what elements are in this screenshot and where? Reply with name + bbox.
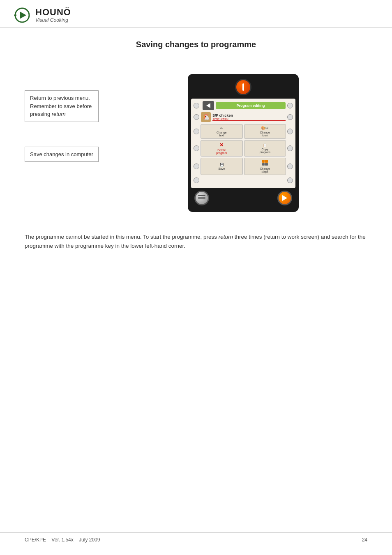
logo-text: HOUNÖ Visual Cooking (35, 7, 71, 23)
callout-area: Return to previous menu.Remember to save… (25, 66, 107, 212)
side-circle-left-3 (194, 129, 199, 134)
program-icon: 🐔 (201, 112, 211, 122)
copy-label: Copyprogram (260, 148, 270, 154)
program-edit-label: Program editing (216, 102, 286, 109)
side-circle-left-2 (194, 114, 199, 120)
change-icon-button[interactable]: 🎨✂ Changeicon (244, 124, 286, 139)
program-time: Time: 1:5:00 (212, 117, 286, 121)
logo: HOUNÖ Visual Cooking (12, 7, 71, 23)
page-title-section: Saving changes to programme (0, 40, 392, 49)
change-text-label: Changetext (217, 131, 227, 137)
version-label: CPE/KPE – Ver. 1.54x – July 2009 (25, 537, 100, 543)
main-content: Return to previous menu.Remember to save… (0, 58, 392, 220)
side-circle-top (194, 103, 199, 108)
steps-grid-icon (262, 160, 268, 166)
bottom-left-button[interactable] (194, 191, 209, 205)
description-section: The programme cannot be started in this … (0, 220, 392, 258)
right-side-circle-5 (287, 164, 293, 169)
svg-marker-1 (20, 12, 26, 19)
side-circle-left-4 (194, 145, 199, 151)
page-number: 24 (362, 537, 367, 543)
page-header: HOUNÖ Visual Cooking (0, 0, 392, 28)
callout-2-text: Save changes in computer (30, 151, 93, 157)
device-area: Program editing 🐔 S/F chicken Time: 1:5:… (119, 66, 367, 212)
right-side-circle-3 (287, 129, 293, 134)
right-side-circle-2 (287, 114, 293, 120)
footer: CPE/KPE – Ver. 1.54x – July 2009 24 (0, 532, 392, 543)
delete-label: Deleteprogram (216, 149, 227, 154)
device-screen: Program editing 🐔 S/F chicken Time: 1:5:… (188, 74, 299, 212)
delete-program-button[interactable]: ✕ Deleteprogram (201, 140, 243, 157)
change-steps-label: Changesteps (260, 167, 270, 173)
left-side-circles (194, 103, 199, 108)
back-button[interactable] (203, 101, 214, 110)
side-circle-left-5 (194, 164, 199, 169)
right-side-circle-6 (287, 177, 293, 183)
program-name-info: S/F chicken Time: 1:5:00 (212, 113, 286, 121)
brand-sub: Visual Cooking (35, 18, 71, 23)
callout-box-2: Save changes in computer (25, 147, 99, 162)
change-icon-label: Changeicon (260, 131, 270, 137)
side-circle-left-6 (194, 177, 199, 183)
change-text-button[interactable]: ✏ Changetext (201, 124, 243, 139)
program-name: S/F chicken (212, 113, 286, 117)
save-button[interactable]: 💾 Save (201, 158, 243, 175)
logo-icon (12, 7, 32, 23)
play-icon (282, 195, 287, 201)
back-arrow-icon (206, 103, 210, 108)
bottom-right-button[interactable] (277, 191, 292, 205)
screen-bottom-row (191, 191, 295, 205)
save-label: Save (218, 167, 225, 170)
top-circle-button[interactable] (235, 79, 251, 95)
list-icon (198, 195, 205, 201)
power-indicator (242, 83, 244, 91)
change-steps-button[interactable]: Changesteps (244, 158, 286, 175)
brand-name: HOUNÖ (35, 7, 71, 17)
screen-content: Program editing 🐔 S/F chicken Time: 1:5:… (191, 99, 295, 188)
callout-box-1: Return to previous menu.Remember to save… (25, 90, 99, 122)
page-title: Saving changes to programme (0, 40, 392, 49)
description-text: The programme cannot be started in this … (25, 233, 367, 250)
right-side-circle-4 (287, 145, 293, 151)
right-side-circle-top (287, 103, 293, 108)
copy-program-button[interactable]: 📋 Copyprogram (244, 140, 286, 157)
